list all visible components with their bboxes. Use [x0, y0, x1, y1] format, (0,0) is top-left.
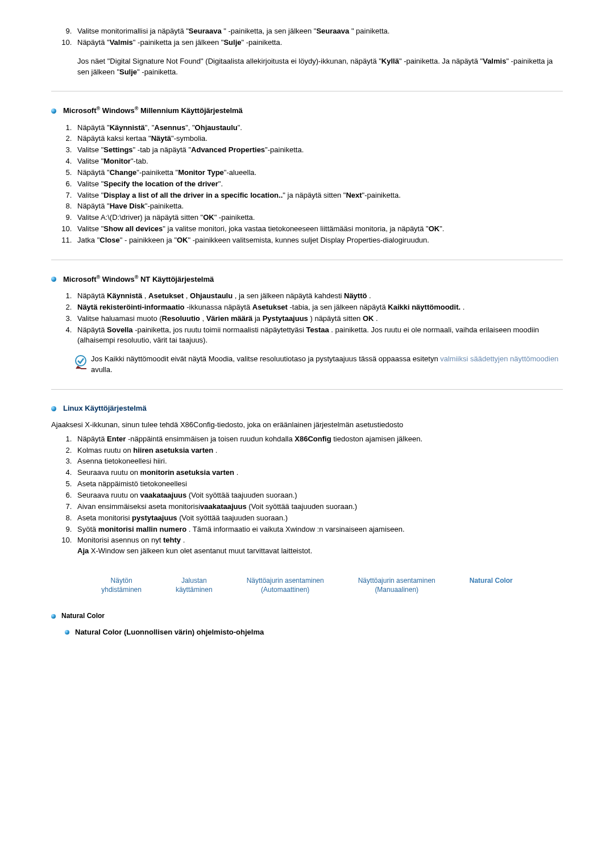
sphere-icon — [51, 614, 56, 619]
step-item: Valitse A:\(D:\driver) ja näpäytä sitten… — [74, 212, 563, 223]
sphere-icon — [51, 108, 56, 114]
sphere-icon — [65, 630, 69, 635]
sphere-icon — [51, 277, 56, 282]
nav-tab[interactable]: Näyttöajurin asentaminen(Automaattinen) — [247, 576, 324, 594]
step-item: Näpäytä Sovella -painiketta, jos ruutu t… — [74, 325, 563, 347]
section-me-title: Microsoft® Windows® Millennium Käyttöjär… — [63, 105, 243, 116]
step-item: Aivan ensimmäiseksi aseta monitorisivaak… — [74, 502, 563, 512]
step-item: Seuraava ruutu on vaakataajuus (Voit syö… — [74, 490, 563, 501]
note-check-icon — [74, 354, 91, 375]
section-nt-title: Microsoft® Windows® NT Käyttöjärjestelmä — [63, 274, 214, 285]
step-item: Näytä rekisteröinti-informaatio -ikkunas… — [74, 302, 563, 313]
section-me-heading: Microsoft® Windows® Millennium Käyttöjär… — [51, 105, 563, 116]
natural-color-sub: Natural Color (Luonnollisen värin) ohjel… — [65, 627, 563, 638]
step-item: Kolmas ruutu on hiiren asetuksia varten … — [74, 445, 563, 456]
nav-tab[interactable]: Natural Color — [470, 576, 513, 594]
sphere-icon — [51, 406, 56, 411]
step-item: Näpäytä "Change"-painiketta "Monitor Typ… — [74, 168, 563, 178]
step-item: Seuraava ruutu on monitorin asetuksia va… — [74, 468, 563, 478]
section-nt-heading: Microsoft® Windows® NT Käyttöjärjestelmä — [51, 274, 563, 285]
step-item: Näpäytä "Käynnistä", "Asennus", "Ohjaust… — [74, 123, 563, 133]
step-item: Aseta monitorisi pystytaajuus (Voit syöt… — [74, 513, 563, 524]
natural-color-sub-title: Natural Color (Luonnollisen värin) ohjel… — [75, 627, 264, 638]
nt-steps-list: Näpäytä Käynnistä , Asetukset , Ohjausta… — [51, 291, 563, 346]
step-item: Valitse "Settings" -tab ja näpäytä "Adva… — [74, 145, 563, 156]
step-item: Valitse "Display a list of all the drive… — [74, 190, 563, 201]
linux-steps-list: Näpäytä Enter -näppäintä ensimmäisen ja … — [51, 434, 563, 557]
step-item: Näpäytä Enter -näppäintä ensimmäisen ja … — [74, 434, 563, 445]
nt-note-after: avulla. — [91, 365, 113, 374]
linux-intro: Ajaaksesi X-ikkunan, sinun tulee tehdä X… — [51, 420, 563, 431]
preset-modes-link[interactable]: valmiiksi säädettyjen näyttömoodien — [440, 354, 558, 363]
nav-tab[interactable]: Näytönyhdistäminen — [101, 576, 142, 594]
natural-color-heading: Natural Color — [51, 611, 563, 621]
nav-tab[interactable]: Näyttöajurin asentaminen(Manuaalinen) — [358, 576, 435, 594]
nav-tab[interactable]: Jalustankäyttäminen — [176, 576, 213, 594]
step-item: Valitse "Monitor"-tab. — [74, 156, 563, 167]
step-item: Monitorisi asennus on nyt tehty .Aja X-W… — [74, 535, 563, 557]
step-item: Näpäytä kaksi kertaa "Näytä"-symbolia. — [74, 133, 563, 144]
nt-note-span: Jos Kaikki näyttömoodit eivät näytä Mood… — [91, 354, 440, 363]
step-item: Valitse haluamasi muoto (Resoluutio , Vä… — [74, 314, 563, 324]
section-linux-title: Linux Käyttöjärjestelmä — [63, 403, 147, 414]
step-item: Syötä monitorisi mallin numero . Tämä in… — [74, 524, 563, 535]
section-linux-heading: Linux Käyttöjärjestelmä — [51, 403, 563, 414]
step-item: Jatka "Close" - painikkeen ja "OK" -pain… — [74, 235, 563, 246]
svg-point-0 — [76, 356, 86, 366]
me-steps-list: Näpäytä "Käynnistä", "Asennus", "Ohjaust… — [51, 123, 563, 246]
divider — [51, 260, 563, 260]
natural-color-title: Natural Color — [61, 611, 105, 621]
step-item: Valitse "Show all devices" ja valitse mo… — [74, 224, 563, 235]
nt-note: Jos Kaikki näyttömoodit eivät näytä Mood… — [74, 354, 563, 375]
divider — [51, 91, 563, 91]
divider — [51, 389, 563, 390]
step-item: Valitse monitorimallisi ja näpäytä "Seur… — [74, 26, 563, 37]
top-steps-list: Valitse monitorimallisi ja näpäytä "Seur… — [51, 26, 563, 48]
step-item: Näpäytä Käynnistä , Asetukset , Ohjausta… — [74, 291, 563, 302]
step-item: Asenna tietokoneellesi hiiri. — [74, 456, 563, 467]
step-item: Näpäytä "Valmis" -painiketta ja sen jälk… — [74, 37, 563, 48]
top-note: Jos näet "Digital Signature Not Found" (… — [77, 56, 563, 78]
step-item: Näpäytä "Have Disk"-painiketta. — [74, 201, 563, 212]
nt-note-text: Jos Kaikki näyttömoodit eivät näytä Mood… — [91, 354, 563, 375]
step-item: Aseta näppäimistö tietokoneellesi — [74, 479, 563, 490]
step-item: Valitse "Specify the location of the dri… — [74, 179, 563, 190]
bottom-nav: NäytönyhdistäminenJalustankäyttäminenNäy… — [51, 576, 563, 594]
